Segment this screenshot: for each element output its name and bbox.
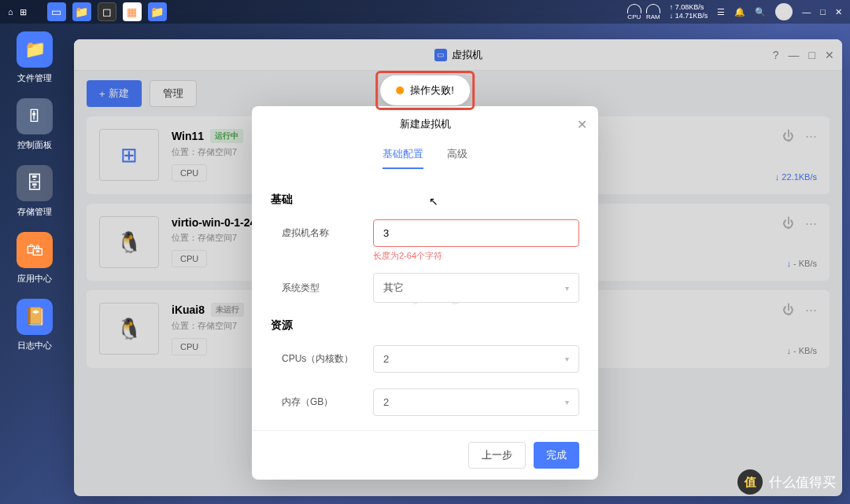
close-icon[interactable]: ✕ <box>835 7 842 17</box>
done-button[interactable]: 完成 <box>534 442 579 469</box>
section-basic: 基础 <box>271 193 579 207</box>
modal-title: 新建虚拟机 <box>400 118 451 130</box>
bell-icon[interactable]: 🔔 <box>734 7 745 17</box>
search-icon[interactable]: 🔍 <box>755 7 766 17</box>
sidebar-label: 应用中心 <box>17 273 52 285</box>
new-vm-modal: 新建虚拟机 ✕ 基础配置 高级 katyking 基础 虚拟机名称 长度为2-6… <box>252 106 598 480</box>
maximize-icon[interactable]: □ <box>820 7 826 17</box>
name-error: 长度为2-64个字符 <box>373 250 579 262</box>
memory-label: 内存（GB） <box>271 395 373 409</box>
taskbar-app-5[interactable]: 📁 <box>148 2 167 21</box>
chevron-down-icon: ▾ <box>565 398 569 407</box>
taskbar-app-3[interactable]: ◻ <box>98 2 116 21</box>
system-type-select[interactable]: 其它▾ <box>373 273 579 303</box>
cpu-select[interactable]: 2▾ <box>373 345 579 373</box>
toast-highlight: 操作失败! <box>375 71 475 110</box>
cpu-label: CPUs（内核数） <box>271 352 373 366</box>
tab-advanced[interactable]: 高级 <box>447 147 468 169</box>
taskbar-app-4[interactable]: ▦ <box>123 2 142 21</box>
brand-logo-icon: 值 <box>737 469 763 495</box>
apps-icon: 🛍 <box>17 232 53 268</box>
vm-name-input[interactable] <box>373 219 579 247</box>
log-icon: 📔 <box>17 299 53 335</box>
brand-footer: 值 什么值得买 <box>737 469 836 495</box>
chevron-down-icon: ▾ <box>565 355 569 363</box>
sidebar-label: 文件管理 <box>17 72 52 84</box>
home-icon[interactable]: ⌂ <box>8 7 13 17</box>
desktop-sidebar: 📁 文件管理 🎚 控制面板 🗄 存储管理 🛍 应用中心 📔 日志中心 <box>0 24 69 504</box>
server-icon[interactable]: ☰ <box>717 7 725 17</box>
network-stats: ↑ 7.08KB/s ↓ 14.71KB/s <box>670 3 708 20</box>
storage-icon: 🗄 <box>17 165 53 201</box>
taskbar-app-1[interactable]: ▭ <box>47 2 66 21</box>
section-resource: 资源 <box>271 318 579 333</box>
sidebar-item-logs[interactable]: 📔 日志中心 <box>17 299 53 351</box>
folder-icon: 📁 <box>17 31 53 68</box>
chevron-down-icon: ▾ <box>565 284 569 292</box>
tab-basic[interactable]: 基础配置 <box>382 147 423 169</box>
sidebar-item-control[interactable]: 🎚 控制面板 <box>17 98 53 151</box>
system-topbar: ⌂ ⊞ ▭ 📁 ◻ ▦ 📁 CPU RAM ↑ 7.08KB/s ↓ 14.71… <box>0 0 850 24</box>
error-toast: 操作失败! <box>380 75 470 105</box>
apps-grid-icon[interactable]: ⊞ <box>20 7 27 17</box>
sliders-icon: 🎚 <box>17 98 53 134</box>
sidebar-item-apps[interactable]: 🛍 应用中心 <box>17 232 53 285</box>
sidebar-item-files[interactable]: 📁 文件管理 <box>17 31 53 84</box>
sidebar-item-storage[interactable]: 🗄 存储管理 <box>17 165 53 218</box>
toast-message: 操作失败! <box>410 83 454 97</box>
ram-gauge-icon <box>646 4 660 13</box>
brand-text: 什么值得买 <box>769 473 836 491</box>
type-label: 系统类型 <box>271 281 373 295</box>
prev-button[interactable]: 上一步 <box>468 442 526 469</box>
sidebar-label: 日志中心 <box>17 340 52 351</box>
warning-dot-icon <box>396 86 404 94</box>
avatar[interactable] <box>775 3 793 20</box>
sidebar-label: 控制面板 <box>17 139 52 151</box>
modal-close-icon[interactable]: ✕ <box>577 117 587 132</box>
minimize-icon[interactable]: — <box>802 7 811 17</box>
taskbar-app-2[interactable]: 📁 <box>72 2 91 21</box>
cpu-gauge-icon <box>627 4 641 13</box>
name-label: 虚拟机名称 <box>271 226 373 240</box>
sidebar-label: 存储管理 <box>17 206 52 218</box>
memory-select[interactable]: 2▾ <box>373 388 579 416</box>
